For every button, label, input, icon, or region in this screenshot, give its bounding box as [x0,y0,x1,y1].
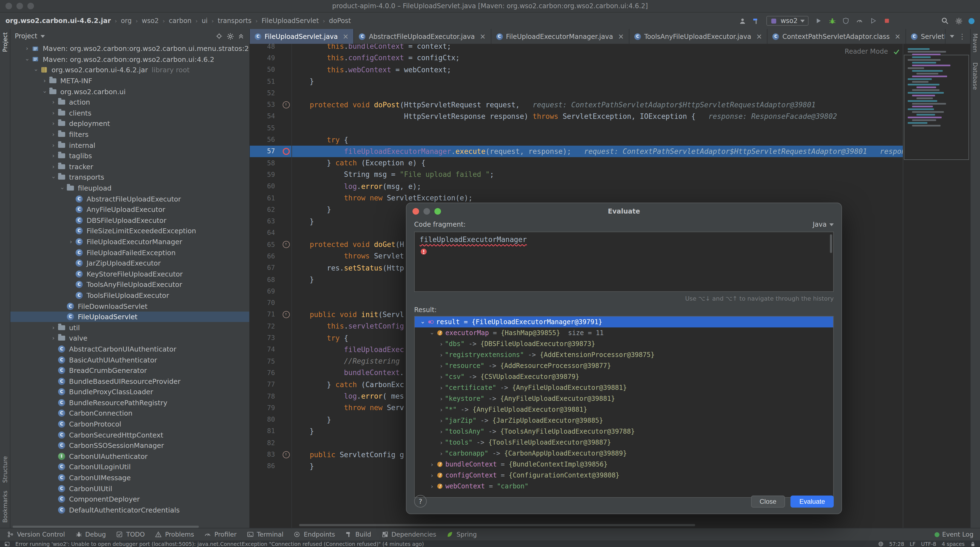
sidebar-item-project[interactable]: Project [2,32,8,52]
tree-chevron-icon[interactable]: › [438,384,445,391]
tree-chevron-icon[interactable]: › [50,110,57,117]
tree-chevron-icon[interactable]: › [67,238,75,245]
minimize-window-icon[interactable] [16,3,23,9]
collapse-all-icon[interactable] [237,32,245,40]
close-button[interactable]: Close [751,495,785,507]
sidebar-item-structure[interactable]: Structure [2,456,8,483]
tree-item[interactable]: ›util [10,322,249,333]
lock-icon[interactable] [970,541,975,547]
coverage-icon[interactable] [842,17,850,25]
tree-chevron-icon[interactable]: › [50,152,57,159]
tree-item[interactable]: CAnyFileUploadExecutor [10,204,249,215]
close-tab-icon[interactable]: × [618,33,624,40]
tree-chevron-icon[interactable]: › [428,472,436,479]
tree-item[interactable]: ›org.wso2.carbon.ui-4.6.2.jarlibrary roo… [10,65,249,75]
tree-chevron-icon[interactable]: › [419,319,426,326]
locate-file-icon[interactable] [215,32,223,40]
result-tree-row[interactable]: ›"jarZip" -> {JarZipUploadExecutor@39885… [415,415,833,426]
profiler-icon[interactable] [856,17,863,25]
tree-item[interactable]: ›META-INF [10,76,249,86]
breadcrumb-item[interactable]: FileUploadServlet [262,17,319,25]
tree-item[interactable]: CFileUploadFailedException [10,247,249,258]
tree-chevron-icon[interactable]: › [59,185,66,192]
tree-item[interactable]: CCarbonUIUtil [10,483,249,494]
tab-options-kebab-icon[interactable]: ⋮ [959,32,966,41]
tool-window-toggle-icon[interactable] [5,541,10,547]
tree-chevron-icon[interactable]: › [438,439,445,446]
file-encoding[interactable]: UTF-8 [921,541,936,547]
tree-chevron-icon[interactable]: › [438,450,445,457]
tree-item[interactable]: CJarZipUploadExecutor [10,258,249,269]
tree-item[interactable]: CDBSFileUploadExecutor [10,215,249,226]
breadcrumb-item[interactable]: transports [218,17,251,25]
tool-window-button-build[interactable]: Build [345,531,371,538]
tree-item[interactable]: ›fileupload [10,183,249,193]
search-icon[interactable] [941,17,949,25]
close-window-icon[interactable] [5,3,12,9]
result-tree-row[interactable]: ›"carbonapp" -> {CarbonAppUploadExecutor… [415,448,833,459]
tree-item[interactable]: ›filters [10,129,249,140]
project-panel-title[interactable]: Project [15,32,37,40]
tree-chevron-icon[interactable]: › [50,120,57,127]
sidebar-item-bookmarks[interactable]: Bookmarks [2,491,8,523]
help-button[interactable]: ? [414,495,427,507]
tree-item[interactable]: ICarbonUIAuthenticator [10,451,249,461]
breadcrumb-item[interactable]: org.wso2.carbon.ui-4.6.2.jar [5,17,111,25]
result-tree-row[interactable]: ›"toolsAny" -> {ToolsAnyFileUploadExecut… [415,426,833,437]
tree-item[interactable]: CToolsAnyFileUploadExecutor [10,279,249,290]
result-tree-row[interactable]: ›"resource" -> {AddResourceProcessor@398… [415,360,833,371]
globe-icon[interactable] [878,541,884,547]
editor-tab[interactable]: CToolsAnyFileUploadExecutor.java× [629,29,768,44]
tree-chevron-icon[interactable]: › [50,324,57,331]
tree-item[interactable]: CCarbonProtocol [10,419,249,429]
tree-item[interactable]: CToolsFileUploadExecutor [10,290,249,301]
expression-scrollbar[interactable] [830,234,832,253]
result-tree-row[interactable]: ›fwebContext = "carbon" [415,481,833,492]
tool-window-button-todo[interactable]: TODO [116,531,145,538]
tree-item[interactable]: CBundleResourcePathRegistry [10,397,249,408]
tree-item[interactable]: CBasicAuthUIAuthenticator [10,354,249,365]
tool-window-button-spring[interactable]: Spring [446,531,477,538]
reader-mode-label[interactable]: Reader Mode [845,48,888,55]
tree-chevron-icon[interactable]: › [438,406,445,413]
dialog-close-icon[interactable] [412,208,419,215]
tree-chevron-icon[interactable]: › [24,45,31,52]
tree-item[interactable]: ›org.wso2.carbon.ui [10,86,249,97]
result-tree-row[interactable]: ›fbundleContext = {BundleContextImpl@398… [415,459,833,470]
breadcrumb-item[interactable]: carbon [169,17,191,25]
tree-chevron-icon[interactable]: › [50,174,57,181]
rerun-icon[interactable] [869,17,877,25]
dialog-zoom-icon[interactable] [434,208,441,215]
editor-tab[interactable]: CAbstractFileUploadExecutor.java× [354,29,491,44]
breadcrumb-item[interactable]: wso2 [142,17,159,25]
tree-chevron-icon[interactable]: › [50,163,57,170]
tree-item[interactable]: ›tracker [10,161,249,172]
settings-gear-icon[interactable] [955,17,963,25]
close-tab-icon[interactable]: × [343,33,349,40]
editor-tab[interactable]: CFileUploadServlet.java× [250,29,354,44]
tree-item[interactable]: CCarbonUILoginUtil [10,461,249,472]
tree-chevron-icon[interactable]: › [41,77,48,84]
minimap[interactable] [903,44,970,528]
tree-item[interactable]: CDefaultAuthenticatorCredentials [10,504,249,515]
tree-chevron-icon[interactable]: › [428,461,436,468]
tree-item[interactable]: CCarbonSSOSessionManager [10,440,249,451]
override-marker-icon[interactable]: ↑ [282,241,290,248]
tree-chevron-icon[interactable]: › [429,330,436,337]
tree-item[interactable]: CBreadCrumbGenerator [10,365,249,376]
tree-item[interactable]: ›deployment [10,118,249,129]
tree-item[interactable]: ›action [10,97,249,108]
tree-chevron-icon[interactable]: › [438,351,445,358]
breadcrumb-item[interactable]: ui [202,17,208,25]
result-tree-row[interactable]: ›fconfigContext = {ConfigurationContext@… [415,470,833,481]
tree-chevron-icon[interactable]: › [438,428,445,435]
tree-chevron-icon[interactable]: › [50,131,57,138]
tree-chevron-icon[interactable]: › [438,340,445,347]
tree-chevron-icon[interactable]: › [50,99,57,106]
result-tree-row[interactable]: ›"dbs" -> {DBSFileUploadExecutor@39873} [415,339,833,349]
expression-input[interactable]: fileUploadExecutorManager [414,232,834,292]
close-tab-icon[interactable]: × [480,33,485,40]
editor-tab[interactable]: CContextPathServletAdaptor.class× [767,29,906,44]
run-button-icon[interactable] [815,17,822,25]
horizontal-scrollbar[interactable] [13,526,199,528]
